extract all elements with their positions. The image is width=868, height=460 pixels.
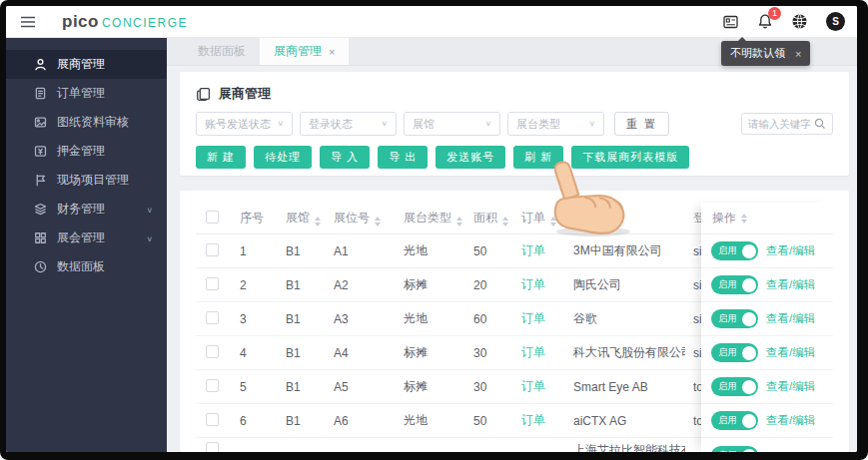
view-edit-link[interactable]: 查看/编辑 xyxy=(766,413,815,428)
sidebar-item-exhibitor[interactable]: 展商管理 xyxy=(6,50,167,79)
row-checkbox[interactable] xyxy=(206,277,219,290)
drawing-review-icon xyxy=(34,116,48,129)
hamburger-menu-icon[interactable] xyxy=(20,13,38,31)
view-edit-link[interactable]: 查看/编辑 xyxy=(766,345,815,360)
order-link[interactable]: 订单 xyxy=(521,243,545,257)
sort-icon[interactable] xyxy=(375,217,381,227)
sidebar-item-order[interactable]: 订单管理 xyxy=(6,79,167,108)
action-button[interactable]: 新 建 xyxy=(196,146,246,169)
column-header[interactable]: 展台类型 xyxy=(396,210,465,227)
enable-toggle[interactable]: 启用 xyxy=(711,343,758,362)
enable-toggle[interactable]: 启用 xyxy=(711,309,758,328)
tab-inactive[interactable]: 数据面板 xyxy=(184,38,260,65)
filter-dropdown[interactable]: 展台类型∨ xyxy=(507,112,604,136)
toggle-label: 启用 xyxy=(718,346,737,359)
sidebar-item-dashboard[interactable]: 数据面板 xyxy=(6,252,167,281)
action-button[interactable]: 待处理 xyxy=(254,146,312,169)
filter-dropdown[interactable]: 登录状态∨ xyxy=(300,112,397,136)
exhibitor-icon xyxy=(34,58,48,71)
view-edit-link[interactable]: 查看/编辑 xyxy=(766,311,815,326)
action-button[interactable]: 刷 新 xyxy=(513,146,563,169)
row-checkbox-cell xyxy=(196,243,232,259)
row-checkbox[interactable] xyxy=(206,379,219,392)
tab-active[interactable]: 展商管理× xyxy=(260,38,349,65)
cell-booth: A2 xyxy=(326,278,396,292)
cell-hall: B1 xyxy=(278,244,326,258)
sort-icon[interactable] xyxy=(614,217,620,227)
logo-primary: pico xyxy=(62,12,99,32)
row-checkbox[interactable] xyxy=(206,311,219,324)
cell-exhibitor-name: 陶氏公司 xyxy=(565,276,685,293)
language-globe-icon[interactable] xyxy=(791,13,808,30)
toggle-knob xyxy=(742,278,756,292)
action-button[interactable]: 导 入 xyxy=(320,146,370,169)
sort-down-arrow xyxy=(550,223,556,227)
deposit-icon xyxy=(34,145,48,158)
order-link[interactable]: 订单 xyxy=(521,379,545,393)
cell-exhibitor-name: 科大讯飞股份有限公司 xyxy=(565,344,685,361)
order-link[interactable]: 订单 xyxy=(521,311,545,325)
search-input[interactable] xyxy=(748,118,814,130)
sort-icon[interactable] xyxy=(502,217,508,227)
column-header[interactable]: 展位号 xyxy=(326,210,396,227)
notification-bell-icon[interactable]: 1 xyxy=(757,13,773,30)
row-checkbox[interactable] xyxy=(206,413,219,426)
tab-close-icon[interactable]: × xyxy=(329,46,335,58)
toggle-knob xyxy=(742,244,756,258)
row-checkbox[interactable] xyxy=(206,442,219,452)
action-button[interactable]: 发送账号 xyxy=(435,146,505,169)
sidebar-item-drawing-review[interactable]: 图纸资料审核 xyxy=(6,108,167,137)
action-button[interactable]: 下载展商列表模版 xyxy=(571,146,689,169)
enable-toggle[interactable]: 启用 xyxy=(711,275,758,294)
view-edit-link[interactable]: 查看/编辑 xyxy=(766,277,815,292)
enable-toggle[interactable]: 启用 xyxy=(711,377,758,396)
sort-down-arrow xyxy=(315,223,321,227)
cell-exhibitor-name: 谷歌 xyxy=(565,310,685,327)
enable-toggle[interactable]: 启用 xyxy=(711,446,758,452)
action-column: 操作启用查看/编辑启用查看/编辑启用查看/编辑启用查看/编辑启用查看/编辑启用查… xyxy=(701,203,833,452)
sort-up-arrow xyxy=(375,217,381,221)
sort-icon[interactable] xyxy=(456,217,462,227)
enable-toggle[interactable]: 启用 xyxy=(711,411,758,430)
sidebar-item-exhibition[interactable]: 展会管理∨ xyxy=(6,224,167,252)
user-avatar[interactable]: S xyxy=(826,12,845,31)
search-icon[interactable] xyxy=(814,118,826,130)
enable-toggle[interactable]: 启用 xyxy=(711,241,758,260)
select-all-checkbox[interactable] xyxy=(206,211,219,224)
row-checkbox-cell xyxy=(196,277,232,293)
order-link[interactable]: 订单 xyxy=(521,413,545,427)
filter-dropdown[interactable]: 展馆∨ xyxy=(404,112,500,136)
row-checkbox[interactable] xyxy=(206,345,219,358)
view-edit-link[interactable]: 查看/编辑 xyxy=(766,379,815,394)
sidebar-item-finance[interactable]: 财务管理∨ xyxy=(6,195,167,224)
column-header[interactable]: 面积 xyxy=(465,210,513,227)
column-header[interactable]: 展馆 xyxy=(278,210,326,227)
cell-index: 4 xyxy=(232,346,278,360)
cell-area: 30 xyxy=(465,346,513,360)
tooltip-close-icon[interactable]: × xyxy=(795,48,801,60)
tab-label: 展商管理 xyxy=(274,43,322,60)
cell-booth: A6 xyxy=(326,414,396,428)
sidebar-item-onsite-project[interactable]: 现场项目管理 xyxy=(6,166,167,195)
column-header[interactable]: 订单 xyxy=(513,210,565,227)
reset-button[interactable]: 重 置 xyxy=(614,112,669,136)
view-edit-link[interactable]: 查看/编辑 xyxy=(766,243,815,258)
sidebar-item-deposit[interactable]: 押金管理 xyxy=(6,137,167,166)
action-column-header[interactable]: 操作 xyxy=(701,203,833,234)
cell-booth: A3 xyxy=(326,312,396,326)
sort-icon[interactable] xyxy=(550,217,556,227)
row-checkbox[interactable] xyxy=(206,243,219,256)
dropdown-placeholder: 账号发送状态 xyxy=(205,117,271,132)
window-frame: pico CONCIERGE 1 S 不明款认领 × xyxy=(0,0,868,460)
sort-icon[interactable] xyxy=(741,214,747,224)
action-button[interactable]: 导 出 xyxy=(378,146,428,169)
filter-dropdown[interactable]: 账号发送状态∨ xyxy=(196,112,293,136)
sort-icon[interactable] xyxy=(315,217,321,227)
column-header-label: 展馆 xyxy=(286,211,310,225)
column-header[interactable]: 展商名 xyxy=(565,210,685,227)
order-link[interactable]: 订单 xyxy=(521,345,545,359)
sort-up-arrow xyxy=(502,217,508,221)
sidebar-item-label: 展商管理 xyxy=(57,56,105,73)
claims-icon[interactable] xyxy=(722,14,739,30)
order-link[interactable]: 订单 xyxy=(521,277,545,291)
